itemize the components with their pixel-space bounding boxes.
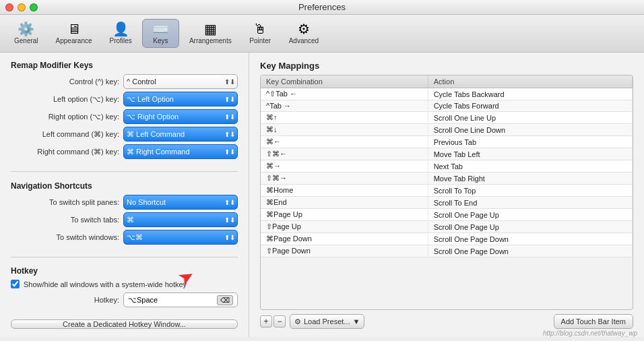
left-command-select-wrapper: ⌘ Left Command ⬆⬇ — [123, 127, 238, 142]
toolbar-item-pointer[interactable]: 🖱 Pointer — [242, 19, 279, 48]
appearance-icon: 🖥 — [67, 22, 81, 36]
titlebar: Preferences — [0, 0, 644, 15]
switch-windows-label: To switch windows: — [11, 233, 119, 241]
split-panes-label: To switch split panes: — [11, 198, 119, 206]
maximize-button[interactable] — [30, 3, 38, 11]
hotkey-input-wrapper: ⌥Space ⌫ — [123, 292, 238, 307]
right-option-select[interactable]: ⌥ Right Option — [123, 109, 238, 124]
action-cell: Scroll One Line Down — [428, 124, 632, 136]
table-row[interactable]: ⌘→Next Tab — [261, 160, 633, 173]
table-row[interactable]: ⇧⌘←Move Tab Left — [261, 148, 633, 160]
table-row[interactable]: ⇧⌘→Move Tab Right — [261, 173, 633, 185]
main-content: Remap Modifier Keys Control (^) key: ^ C… — [0, 53, 644, 337]
remap-title: Remap Modifier Keys — [11, 61, 238, 70]
key-combination-cell: ^Tab → — [261, 100, 428, 112]
left-command-label: Left command (⌘) key: — [11, 130, 119, 139]
general-icon: ⚙️ — [18, 22, 34, 36]
load-preset-button[interactable]: ⚙ Load Preset... ▼ — [290, 314, 364, 329]
left-panel: Remap Modifier Keys Control (^) key: ^ C… — [0, 53, 249, 337]
pointer-label: Pointer — [249, 37, 271, 44]
toolbar-item-keys[interactable]: ⌨️ Keys — [142, 19, 179, 48]
add-mapping-button[interactable]: + — [260, 315, 272, 328]
gear-icon: ⚙ — [294, 317, 301, 326]
keys-icon: ⌨️ — [152, 22, 169, 36]
left-option-select[interactable]: ⌥ Left Option — [123, 92, 238, 106]
close-button[interactable] — [5, 3, 13, 11]
split-panes-select[interactable]: No Shortcut — [123, 195, 238, 210]
right-option-row: Right option (⌥) key: ⌥ Right Option ⬆⬇ — [11, 109, 238, 124]
key-mappings-title: Key Mappings — [260, 61, 633, 71]
table-row[interactable]: ⇧Page UpScroll One Page Up — [261, 221, 633, 233]
profiles-label: Profiles — [110, 37, 132, 44]
action-cell: Move Tab Left — [428, 148, 632, 160]
left-option-select-wrapper: ⌥ Left Option ⬆⬇ — [123, 92, 238, 106]
toolbar-item-appearance[interactable]: 🖥 Appearance — [49, 19, 100, 48]
table-row[interactable]: ^⇧Tab ←Cycle Tabs Backward — [261, 88, 633, 100]
action-cell: Cycle Tabs Forward — [428, 100, 632, 112]
table-row[interactable]: ⌘↑Scroll One Line Up — [261, 112, 633, 124]
key-combination-cell: ⇧⌘← — [261, 148, 428, 160]
create-hotkey-button[interactable]: Create a Dedicated Hotkey Window... — [11, 319, 238, 329]
toolbar-item-general[interactable]: ⚙️ General — [7, 19, 46, 48]
advanced-icon: ⚙ — [298, 22, 310, 36]
toolbar-item-profiles[interactable]: 👤 Profiles — [102, 19, 139, 48]
switch-windows-row: To switch windows: ⌥⌘ ⬆⬇ — [11, 230, 238, 245]
action-cell: Next Tab — [428, 160, 632, 173]
split-panes-select-wrapper: No Shortcut ⬆⬇ — [123, 195, 238, 210]
table-header-row: Key Combination Action — [261, 75, 633, 88]
table-row[interactable]: ⌘Page DownScroll One Page Down — [261, 233, 633, 245]
toolbar: ⚙️ General 🖥 Appearance 👤 Profiles ⌨️ Ke… — [0, 15, 644, 53]
nav-title: Navigation Shortcuts — [11, 181, 238, 191]
pointer-icon: 🖱 — [253, 22, 267, 36]
add-touch-bar-button[interactable]: Add Touch Bar Item — [554, 314, 633, 329]
window-controls — [5, 3, 38, 11]
switch-tabs-select-wrapper: ⌘ ⬆⬇ — [123, 212, 238, 227]
table-row[interactable]: ⌘EndScroll To End — [261, 197, 633, 209]
table-row[interactable]: ⇧Page DownScroll One Page Down — [261, 245, 633, 257]
hotkey-clear-button[interactable]: ⌫ — [217, 295, 233, 305]
switch-windows-select[interactable]: ⌥⌘ — [123, 230, 238, 245]
split-panes-row: To switch split panes: No Shortcut ⬆⬇ — [11, 195, 238, 210]
control-select[interactable]: ^ Control — [123, 74, 238, 89]
hotkey-checkbox[interactable] — [11, 280, 20, 288]
advanced-label: Advanced — [289, 37, 319, 44]
action-cell: Scroll One Line Up — [428, 112, 632, 124]
table-row[interactable]: ⌘HomeScroll To Top — [261, 185, 633, 197]
action-cell: Scroll To End — [428, 197, 632, 209]
divider-1 — [11, 171, 238, 172]
action-cell: Cycle Tabs Backward — [428, 88, 632, 100]
app-window: Preferences ⚙️ General 🖥 Appearance 👤 Pr… — [0, 0, 644, 341]
table-row[interactable]: ⌘Page UpScroll One Page Up — [261, 209, 633, 221]
hotkey-label: Hotkey: — [11, 296, 119, 304]
keys-label: Keys — [153, 37, 168, 44]
remove-mapping-button[interactable]: − — [273, 315, 286, 328]
key-combination-cell: ⌘← — [261, 136, 428, 148]
right-command-select[interactable]: ⌘ Right Command — [123, 144, 238, 159]
key-combination-cell: ⌘Page Down — [261, 233, 428, 245]
action-cell: Move Tab Right — [428, 173, 632, 185]
key-combination-cell: ⇧Page Down — [261, 245, 428, 257]
hotkey-checkbox-label: Show/hide all windows with a system-wide… — [24, 280, 187, 288]
hotkey-input[interactable]: ⌥Space ⌫ — [123, 292, 238, 307]
switch-tabs-select[interactable]: ⌘ — [123, 212, 238, 227]
table-row[interactable]: ⌘↓Scroll One Line Down — [261, 124, 633, 136]
nav-section: Navigation Shortcuts To switch split pan… — [11, 181, 238, 247]
toolbar-item-advanced[interactable]: ⚙ Advanced — [282, 19, 326, 48]
arrangements-icon: ▦ — [204, 22, 217, 36]
left-command-select[interactable]: ⌘ Left Command — [123, 127, 238, 142]
minimize-button[interactable] — [18, 3, 26, 11]
toolbar-item-arrangements[interactable]: ▦ Arrangements — [182, 19, 239, 48]
right-command-row: Right command (⌘) key: ⌘ Right Command ⬆… — [11, 144, 238, 159]
table-row[interactable]: ^Tab →Cycle Tabs Forward — [261, 100, 633, 112]
watermark: http://blog.csdn.net/thatway_wp — [543, 330, 637, 337]
action-cell: Scroll One Page Up — [428, 221, 632, 233]
key-combination-cell: ⌘Home — [261, 185, 428, 197]
key-combination-cell: ⇧Page Up — [261, 221, 428, 233]
general-label: General — [14, 37, 38, 44]
table-row[interactable]: ⌘←Previous Tab — [261, 136, 633, 148]
control-label: Control (^) key: — [11, 78, 119, 86]
action-cell: Previous Tab — [428, 136, 632, 148]
chevron-down-icon: ▼ — [353, 317, 360, 326]
col-key-combination: Key Combination — [261, 75, 428, 88]
key-combination-cell: ⌘End — [261, 197, 428, 209]
